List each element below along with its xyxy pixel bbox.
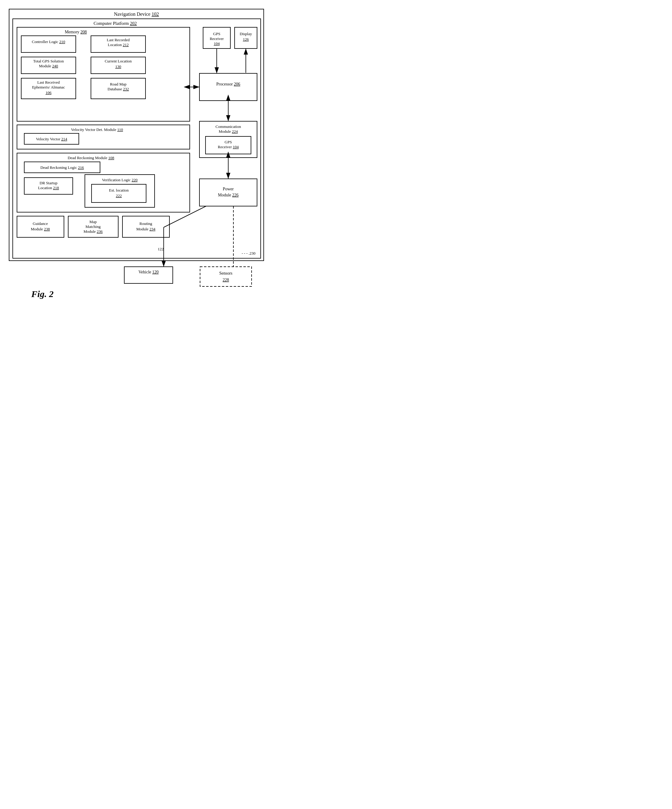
- power-module-label: Power: [223, 187, 234, 191]
- sensors-label: Sensors: [219, 271, 232, 275]
- diagram-wrapper: Navigation Device 102 Computer Platform …: [6, 6, 267, 316]
- gps-receiver-top-label: GPS: [213, 32, 220, 36]
- road-map-label2: Database 232: [108, 87, 129, 91]
- svg-rect-35: [124, 267, 173, 284]
- svg-rect-36: [200, 267, 252, 287]
- guidance-module-label2: Module 238: [30, 227, 50, 231]
- connection-230-label: - - - .230: [242, 251, 255, 255]
- power-module-label2: Module 226: [218, 193, 239, 197]
- routing-module-label: Routing: [139, 221, 152, 226]
- ephemeris-label: Last Received: [37, 80, 60, 85]
- gps-receiver-comm-label: GPS: [225, 140, 232, 144]
- dr-startup-label2: Location 218: [38, 186, 59, 190]
- full-diagram: Navigation Device 102 Computer Platform …: [6, 6, 267, 315]
- vehicle-label: Vehicle 120: [138, 270, 158, 274]
- dr-module-title: Dead Reckoning Module 108: [67, 156, 114, 160]
- controller-logic-label: Controller Logic 210: [32, 39, 65, 44]
- gps-receiver-top-label2: Receiver: [210, 36, 224, 41]
- map-matching-label2: Matching: [86, 224, 101, 229]
- road-map-label: Road Map: [110, 82, 127, 86]
- connection-122-label: 122: [158, 247, 164, 251]
- nav-device-title: Navigation Device 102: [114, 12, 159, 17]
- map-matching-label: Map: [89, 220, 97, 224]
- display-label: Display: [240, 32, 252, 36]
- computer-platform-title: Computer Platform 202: [94, 21, 137, 26]
- gps-receiver-top-number: 104: [214, 41, 220, 46]
- map-matching-label3: Module 236: [83, 229, 103, 234]
- display-number: 126: [243, 37, 249, 42]
- dr-startup-label: DR Startup: [40, 181, 57, 185]
- fig-label: Fig. 2: [31, 289, 53, 299]
- total-gps-label: Total GPS Solution: [34, 59, 64, 63]
- comm-module-label: Communication: [215, 124, 241, 129]
- sensors-number: 228: [223, 278, 229, 282]
- total-gps-label2: Module 240: [39, 64, 58, 68]
- velocity-module-title: Velocity Vector Det. Module 110: [71, 127, 123, 132]
- processor-label: Processor 206: [217, 82, 240, 86]
- ephemeris-label2: Ephemeris/ Almanac: [32, 85, 65, 89]
- est-location-number: 222: [116, 193, 122, 198]
- current-location-number: 130: [115, 64, 121, 69]
- est-location-label: Est. location: [109, 188, 129, 193]
- comm-module-label2: Module 224: [218, 129, 238, 134]
- current-location-label: Current Location: [104, 59, 132, 63]
- svg-rect-21: [200, 73, 257, 101]
- routing-module-label2: Module 234: [136, 227, 156, 231]
- velocity-vector-label: Velocity Vector 214: [36, 137, 67, 141]
- svg-rect-3: [21, 36, 76, 52]
- verification-logic-label: Verification Logic 220: [102, 178, 138, 182]
- guidance-module-label: Guidance: [33, 221, 48, 226]
- dr-logic-label: Dead Reckoning Logic 216: [40, 165, 84, 170]
- gps-receiver-comm-label2: Receiver 104: [218, 144, 239, 149]
- memory-title: Memory 208: [65, 30, 87, 34]
- last-recorded-label: Last Recorded: [107, 38, 130, 42]
- ephemeris-number: 106: [45, 90, 52, 95]
- svg-rect-24: [200, 179, 257, 206]
- last-recorded-label2: Location 212: [108, 42, 129, 47]
